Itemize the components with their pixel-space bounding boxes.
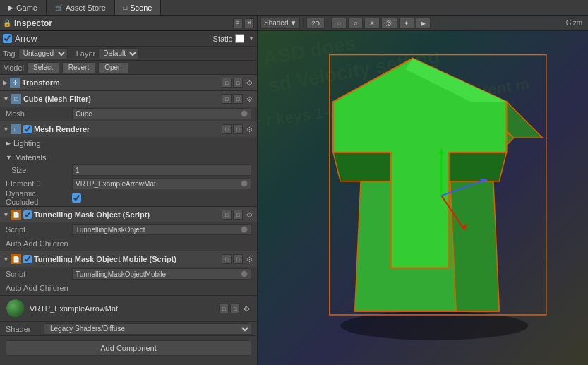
tunnelling2-script-label: Script <box>6 270 69 278</box>
transform-settings[interactable]: ⚙ <box>244 78 254 88</box>
transform-name: Transform <box>22 78 220 87</box>
mesh-renderer-checkbox[interactable] <box>23 125 32 133</box>
tunnelling2-arrow: ▼ <box>3 256 9 263</box>
mat-settings[interactable]: ⚙ <box>241 304 251 313</box>
object-name: Arrow <box>15 34 210 44</box>
scene-view: ASD does sd Velocity setting r keys 1-7 … <box>258 16 588 365</box>
fog-btn[interactable]: 🌫 <box>381 18 397 29</box>
audio-btn[interactable]: ♫ <box>348 18 363 29</box>
lighting-arrow: ▶ <box>6 140 11 147</box>
game-icon: ▶ <box>8 4 13 11</box>
lighting-btn[interactable]: ☼ <box>331 18 347 29</box>
tab-game-label: Game <box>16 4 37 12</box>
revert-button[interactable]: Revert <box>62 62 95 73</box>
mesh-renderer-btn1[interactable]: □ <box>222 124 232 134</box>
add-component-button[interactable]: Add Component <box>6 340 251 356</box>
mesh-value: Cube <box>76 110 241 118</box>
material-ball <box>6 299 25 318</box>
tunnelling2-name: Tunnelling Mask Object Mobile (Script) <box>34 255 220 263</box>
mesh-filter-arrow: ▼ <box>3 95 9 102</box>
shaded-arrow: ▼ <box>289 19 296 27</box>
tunnelling2-settings[interactable]: ⚙ <box>244 254 254 264</box>
svg-point-0 <box>340 311 528 340</box>
tunnelling1-script-icon: 📄 <box>11 210 21 220</box>
mesh-filter-btn1[interactable]: □ <box>222 94 232 104</box>
mesh-filter-icon: □ <box>11 94 21 104</box>
mesh-value-field: Cube <box>72 108 251 119</box>
tunnelling2-auto-label: Auto Add Children <box>6 284 68 292</box>
materials-row[interactable]: ▼ Materials <box>0 151 257 164</box>
tunnelling2-header[interactable]: ▼ 📄 Tunnelling Mask Object Mobile (Scrip… <box>0 251 257 267</box>
open-button[interactable]: Open <box>98 62 128 73</box>
shader-dropdown[interactable]: Legacy Shaders/Diffuse <box>44 323 251 335</box>
tab-game[interactable]: ▶ Game <box>0 0 47 15</box>
tunnelling1-script-value: TunnellingMaskObject <box>76 226 241 234</box>
tunnelling1-checkbox[interactable] <box>23 210 32 219</box>
tunnelling1-script-circle[interactable] <box>241 226 248 233</box>
dynamic-checkbox[interactable] <box>72 193 81 203</box>
lighting-row[interactable]: ▶ Lighting <box>0 137 257 150</box>
size-field[interactable] <box>72 164 251 176</box>
scene-toolbar: Shaded ▼ 2D ☼ ♫ ☀ 🌫 ✦ ▶ Gizm <box>258 16 588 31</box>
object-enabled-checkbox[interactable] <box>3 34 12 43</box>
mesh-renderer-btn2[interactable]: □ <box>233 124 243 134</box>
dynamic-label: Dynamic Occluded <box>6 189 69 206</box>
2d-button[interactable]: 2D <box>306 18 325 29</box>
tunnelling1-btn2[interactable]: □ <box>233 210 243 220</box>
mesh-circle-btn[interactable] <box>241 110 248 117</box>
tab-scene-label: Scene <box>130 4 152 12</box>
tunnelling2-script-circle[interactable] <box>241 270 248 277</box>
mesh-filter-btn2[interactable]: □ <box>233 94 243 104</box>
mesh-renderer-settings[interactable]: ⚙ <box>244 124 254 134</box>
mesh-renderer-arrow: ▼ <box>3 126 9 133</box>
transform-icon: ✛ <box>10 78 20 88</box>
flares-btn[interactable]: ✦ <box>399 18 414 29</box>
mesh-renderer-header[interactable]: ▼ □ Mesh Renderer □ □ ⚙ <box>0 121 257 137</box>
transform-btn2[interactable]: □ <box>233 78 243 88</box>
transform-btn1[interactable]: □ <box>222 78 232 88</box>
mesh-renderer-name: Mesh Renderer <box>34 125 220 133</box>
inspector-close-btn[interactable]: ✕ <box>244 18 254 28</box>
tunnelling2-script-field: TunnellingMaskObjectMobile <box>72 268 251 280</box>
static-checkbox[interactable] <box>235 34 244 43</box>
inspector-title: Inspector <box>14 18 52 28</box>
shader-label: Shader <box>6 325 41 333</box>
skybox-btn[interactable]: ☀ <box>364 18 380 29</box>
mesh-renderer-icon: □ <box>11 124 21 134</box>
element0-circle-btn[interactable] <box>241 180 248 187</box>
shaded-label: Shaded <box>264 19 288 27</box>
lighting-label: Lighting <box>13 139 41 148</box>
static-dropdown-arrow[interactable]: ▼ <box>248 35 254 42</box>
mesh-filter-settings[interactable]: ⚙ <box>244 94 254 104</box>
animation-btn[interactable]: ▶ <box>416 18 431 29</box>
tunnelling1-btn1[interactable]: □ <box>222 210 232 220</box>
mesh-filter-name: Cube (Mesh Filter) <box>23 95 220 103</box>
tunnelling1-header[interactable]: ▼ 📄 Tunnelling Mask Object (Script) □ □ … <box>0 207 257 222</box>
tunnelling1-auto-label: Auto Add Children <box>6 239 68 248</box>
model-label: Model <box>3 64 24 72</box>
tab-scene[interactable]: □ Scene <box>115 0 162 15</box>
tag-dropdown[interactable]: Untagged <box>18 48 68 59</box>
shaded-dropdown[interactable]: Shaded ▼ <box>260 18 300 29</box>
gizmo-label: Gizm <box>566 19 585 27</box>
tunnelling2-checkbox[interactable] <box>23 255 32 263</box>
layer-dropdown[interactable]: Default <box>98 48 139 59</box>
tab-asset-store-label: Asset Store <box>66 4 106 12</box>
tab-asset-store[interactable]: 🛒 Asset Store <box>47 0 115 15</box>
mat-btn2[interactable]: □ <box>230 304 240 313</box>
tunnelling2-script-value: TunnellingMaskObjectMobile <box>76 270 241 278</box>
select-button[interactable]: Select <box>27 62 59 73</box>
tunnelling2-btn2[interactable]: □ <box>233 254 243 264</box>
mesh-filter-header[interactable]: ▼ □ Cube (Mesh Filter) □ □ ⚙ <box>0 91 257 107</box>
tunnelling1-arrow: ▼ <box>3 211 9 218</box>
scene-tab-icon: □ <box>124 4 127 11</box>
element0-label: Element 0 <box>6 179 69 188</box>
lock-icon: 🔒 <box>3 19 11 27</box>
tunnelling1-settings[interactable]: ⚙ <box>244 210 254 220</box>
mat-btn1[interactable]: □ <box>219 304 229 313</box>
transform-header[interactable]: ▶ ✛ Transform □ □ ⚙ <box>0 75 257 90</box>
inspector-menu-btn[interactable]: ≡ <box>233 18 243 28</box>
tunnelling2-btn1[interactable]: □ <box>222 254 232 264</box>
asset-store-icon: 🛒 <box>55 4 63 11</box>
mesh-label: Mesh <box>6 109 69 118</box>
